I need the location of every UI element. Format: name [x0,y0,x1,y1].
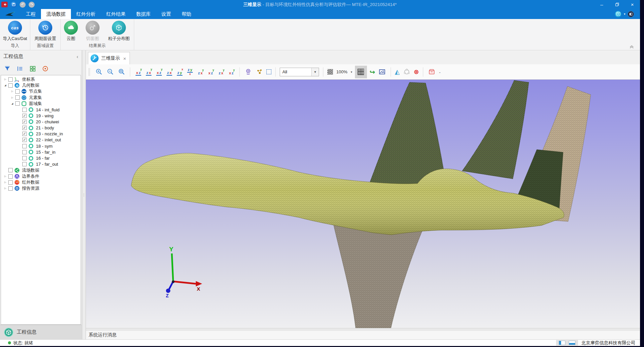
view-orientation-icon[interactable]: yzx [165,68,173,76]
chevron-down-icon[interactable]: ⌄ [439,70,441,74]
tree-checkbox[interactable] [8,180,13,185]
panel-collapse-icon[interactable]: ‹ [77,54,78,59]
tree-item[interactable]: 流场数据 [1,167,81,173]
tree-checkbox[interactable]: ✓ [22,132,27,136]
tree-checkbox[interactable] [15,101,20,106]
tree-expander-icon[interactable]: ▷ [10,96,15,99]
tree-expander-icon[interactable]: ◢ [10,102,15,105]
panel-footer[interactable]: 工程信息 [0,325,82,339]
menu-item-红外结果[interactable]: 红外结果 [101,9,131,19]
chevron-down-icon[interactable]: ▾ [624,12,625,16]
tree-checkbox[interactable]: ✓ [22,114,27,118]
tree-item[interactable]: ✓21 - body [1,125,81,131]
tree-item[interactable]: 18 - sym [1,143,81,149]
mirror-icon[interactable]: ◭ [395,69,400,75]
tree-checkbox[interactable] [22,156,27,160]
panel-splitter[interactable]: ⋮ [82,50,86,339]
tree-checkbox[interactable]: ✓ [22,138,27,142]
tree-item[interactable]: ✓19 - wing [1,113,81,119]
tree-item[interactable]: ◢几何数据 [1,82,81,88]
tree-checkbox[interactable] [15,95,20,100]
opacity-checker-icon[interactable] [327,69,333,75]
tree-expander-icon[interactable]: ▷ [3,181,8,184]
view-orientation-icon[interactable]: yzx [217,69,225,75]
snapshot-icon[interactable] [378,66,387,78]
tree-expander-icon[interactable]: ▷ [3,78,8,81]
view-orientation-icon[interactable]: yxz [227,69,235,75]
view-orientation-icon[interactable]: yzx [145,68,153,76]
selection-box-icon[interactable] [266,69,271,74]
display-filter-combobox[interactable]: All ▼ [280,68,319,76]
zoom-percent-value[interactable]: 100% [336,69,347,74]
menu-item-流场数据[interactable]: 流场数据 [41,9,71,19]
undo-icon[interactable]: ↶ [20,2,26,8]
grid-squares-icon[interactable] [29,65,36,72]
zoom-fit-icon[interactable] [117,66,126,78]
tree-checkbox[interactable] [22,144,27,148]
layout-bottom-panel-icon[interactable] [569,341,575,345]
outline-list-icon[interactable] [17,65,23,72]
tree-item[interactable]: 16 - far [1,155,81,161]
tree-checkbox[interactable] [8,83,13,88]
tree-checkbox[interactable] [22,150,27,154]
tree-item[interactable]: 14 - int_fluid [1,107,81,113]
particle-distribution-button[interactable]: 粒子分布图 [105,21,133,42]
tree-checkbox[interactable] [8,77,13,82]
filter-icon[interactable] [4,65,11,72]
mesh-grid-toggle[interactable] [355,66,367,78]
close-button[interactable]: × [625,0,640,9]
combo-dropdown-icon[interactable]: ▼ [311,68,319,76]
zoom-dropdown-icon[interactable]: ▾ [351,70,352,74]
cloud-map-button[interactable]: 云图 [61,21,81,42]
toolbar-grip[interactable] [89,68,90,76]
tree-item[interactable]: ▷边界条件 [1,173,81,179]
forward-arrow-icon[interactable]: ↪ [370,69,375,75]
tree-item[interactable]: ✓23 - nozzle_in [1,131,81,137]
circle-nodes-icon[interactable] [402,66,411,78]
clip-box-icon[interactable] [427,66,436,78]
menu-item-帮助[interactable]: 帮助 [176,9,197,19]
tree-checkbox[interactable] [8,186,13,191]
tree-item[interactable]: ✓20 - chuiwei [1,119,81,125]
restore-button[interactable] [609,0,625,9]
tree-checkbox[interactable] [8,174,13,179]
redo-icon[interactable]: ↷ [29,2,35,8]
camera-icon[interactable] [244,66,252,78]
tree-item[interactable]: ▷节点集 [1,88,81,94]
tree-item[interactable]: ▷红外数据 [1,179,81,185]
zoom-in-icon[interactable] [95,66,103,78]
menu-item-红外分析[interactable]: 红外分析 [71,9,101,19]
cancel-icon[interactable]: ⊗ [414,69,419,75]
slice-map-button[interactable]: 切面图 [81,21,104,42]
tree-checkbox[interactable] [22,108,27,112]
periodic-face-button[interactable]: 周期面设置 [31,21,60,42]
layout-book-icon[interactable] [628,11,634,17]
tab-3d-display[interactable]: 三维显示 × [88,52,130,64]
view-orientation-icon[interactable]: yxz [155,68,163,76]
target-icon[interactable] [42,65,49,72]
tree-item[interactable]: ▷YZX坐标系 [1,76,81,82]
tree-checkbox[interactable]: ✓ [22,120,27,124]
3d-viewport[interactable]: Y X Z [86,80,640,328]
save-icon[interactable] [11,2,17,8]
tree-checkbox[interactable] [8,168,13,172]
menu-item-设置[interactable]: 设置 [156,9,176,19]
app-icon[interactable] [1,2,8,7]
tab-close-icon[interactable]: × [123,56,126,61]
layout-left-panel-icon[interactable] [559,341,565,345]
tree-checkbox[interactable] [22,162,27,166]
view-orientation-icon[interactable]: zyx [186,68,194,76]
tree-item[interactable]: ▷元素集 [1,95,81,101]
molecule-icon[interactable] [255,66,264,78]
tree-expander-icon[interactable]: ◢ [3,84,8,87]
tree-expander-icon[interactable]: ▷ [3,175,8,178]
tree-item[interactable]: 15 - far_in [1,149,81,155]
ribbon-collapse-icon[interactable] [629,45,635,49]
tree-checkbox[interactable]: ✓ [22,126,27,130]
tree-item[interactable]: 17 - far_out [1,161,81,167]
menu-item-工程[interactable]: 工程 [21,9,41,19]
tree-checkbox[interactable] [15,89,20,94]
tree-item[interactable]: ▷报告资源 [1,185,81,191]
view-orientation-icon[interactable]: yxz [134,68,143,76]
run-panel-icon[interactable] [615,11,621,17]
